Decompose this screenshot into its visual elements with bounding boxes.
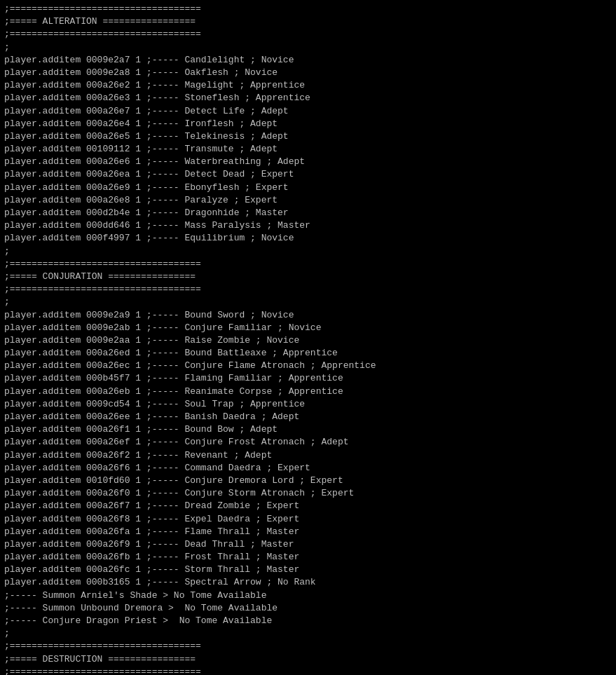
code-line: player.additem 000a26f0 1 ;----- Conjure… bbox=[4, 487, 612, 500]
code-line: player.additem 000a26e6 1 ;----- Waterbr… bbox=[4, 156, 612, 168]
code-line: player.additem 000a26e3 1 ;----- Stonefl… bbox=[4, 92, 612, 104]
code-line: player.additem 0010fd60 1 ;----- Conjure… bbox=[4, 475, 612, 487]
code-line: player.additem 000dd646 1 ;----- Mass Pa… bbox=[4, 219, 612, 232]
code-line: ;=================================== bbox=[4, 3, 612, 15]
code-line: player.additem 000a26fa 1 ;----- Flame T… bbox=[4, 526, 612, 538]
code-line: ; bbox=[4, 627, 612, 640]
code-line: player.additem 0009e2a8 1 ;----- Oakfles… bbox=[4, 67, 612, 79]
main-content: ;===================================;===… bbox=[4, 3, 612, 675]
code-line: player.additem 000a26fb 1 ;----- Frost T… bbox=[4, 551, 612, 564]
code-line: player.additem 000a26ea 1 ;----- Detect … bbox=[4, 168, 612, 181]
code-line: ;=================================== bbox=[4, 283, 612, 296]
code-line: ; bbox=[4, 245, 612, 258]
code-line: ;===== DESTRUCTION ================ bbox=[4, 653, 612, 666]
code-line: player.additem 000a26e2 1 ;----- Magelig… bbox=[4, 79, 612, 92]
code-line: player.additem 000b45f7 1 ;----- Flaming… bbox=[4, 372, 612, 385]
code-line: player.additem 000a26f8 1 ;----- Expel D… bbox=[4, 513, 612, 526]
code-line: player.additem 000a26f1 1 ;----- Bound B… bbox=[4, 423, 612, 436]
code-line: player.additem 000d2b4e 1 ;----- Dragonh… bbox=[4, 207, 612, 219]
code-line: player.additem 000a26ef 1 ;----- Conjure… bbox=[4, 436, 612, 449]
code-line: player.additem 000a26e5 1 ;----- Telekin… bbox=[4, 130, 612, 143]
code-line: player.additem 000f4997 1 ;----- Equilib… bbox=[4, 232, 612, 245]
code-line: player.additem 000a26e7 1 ;----- Detect … bbox=[4, 105, 612, 118]
code-line: ;===== CONJURATION ================ bbox=[4, 271, 612, 283]
code-line: player.additem 000a26f7 1 ;----- Dread Z… bbox=[4, 500, 612, 512]
code-line: player.additem 000a26e9 1 ;----- Ebonyfl… bbox=[4, 182, 612, 194]
code-line: player.additem 0009e2aa 1 ;----- Raise Z… bbox=[4, 334, 612, 347]
code-line: player.additem 000a26fc 1 ;----- Storm T… bbox=[4, 564, 612, 576]
code-line: ; bbox=[4, 41, 612, 54]
code-line: player.additem 000a26f9 1 ;----- Dead Th… bbox=[4, 538, 612, 551]
code-line: ;----- Conjure Dragon Priest > No Tome A… bbox=[4, 615, 612, 627]
code-line: ;----- Summon Unbound Dremora > No Tome … bbox=[4, 602, 612, 615]
code-line: ;=================================== bbox=[4, 640, 612, 653]
code-line: player.additem 000a26e4 1 ;----- Ironfle… bbox=[4, 118, 612, 130]
code-line: player.additem 000a26f2 1 ;----- Revenan… bbox=[4, 449, 612, 462]
code-line: player.additem 0009cd54 1 ;----- Soul Tr… bbox=[4, 398, 612, 411]
code-line: ;===== ALTERATION ================= bbox=[4, 15, 612, 28]
code-line: player.additem 0009e2ab 1 ;----- Conjure… bbox=[4, 322, 612, 334]
code-line: ;=================================== bbox=[4, 666, 612, 675]
code-line: player.additem 00109112 1 ;----- Transmu… bbox=[4, 143, 612, 156]
code-line: player.additem 000a26e8 1 ;----- Paralyz… bbox=[4, 194, 612, 207]
code-line: ;----- Summon Arniel's Shade > No Tome A… bbox=[4, 589, 612, 602]
code-line: player.additem 000a26f6 1 ;----- Command… bbox=[4, 462, 612, 475]
code-line: player.additem 0009e2a9 1 ;----- Bound S… bbox=[4, 309, 612, 322]
code-line: player.additem 0009e2a7 1 ;----- Candlel… bbox=[4, 54, 612, 67]
code-line: player.additem 000a26ec 1 ;----- Conjure… bbox=[4, 360, 612, 372]
code-line: player.additem 000a26eb 1 ;----- Reanima… bbox=[4, 386, 612, 398]
code-line: player.additem 000b3165 1 ;----- Spectra… bbox=[4, 576, 612, 589]
code-line: player.additem 000a26ed 1 ;----- Bound B… bbox=[4, 347, 612, 360]
code-line: ;=================================== bbox=[4, 258, 612, 271]
code-line: ;=================================== bbox=[4, 28, 612, 41]
code-line: player.additem 000a26ee 1 ;----- Banish … bbox=[4, 411, 612, 423]
code-line: ; bbox=[4, 296, 612, 308]
